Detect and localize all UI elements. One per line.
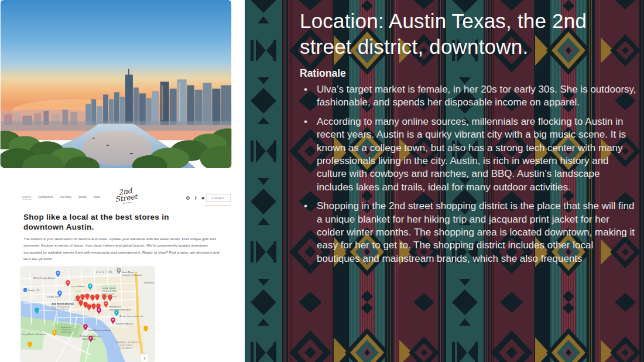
contact-button[interactable]: CONTACT (206, 194, 231, 202)
nav-link-explore[interactable]: Explore (22, 196, 31, 200)
slide: ExploreGetting HereOur StoryEventsNews 2… (0, 0, 644, 362)
map-label-city: AUSTIN (96, 270, 113, 274)
map-label-rainey: DISTRICT (119, 347, 133, 350)
map-label: Trader Joe's (47, 295, 60, 298)
contact-underline (205, 206, 231, 206)
logo-line-2: Street (115, 192, 138, 203)
social-links (186, 196, 205, 200)
instagram-icon[interactable] (186, 196, 190, 200)
bullet-target-market: Ulva’s target market is female, in her 2… (300, 83, 637, 110)
map-label: Franklin Barb (144, 281, 154, 284)
panel-content: Location: Austin Texas, the 2nd street d… (300, 8, 637, 271)
austin-skyline-photo (0, 0, 232, 168)
map-label: Terry Black's Barbecue (22, 333, 47, 336)
map-label: Catholic Cathedral (122, 274, 142, 276)
map-label: Icon of Hope (71, 285, 85, 288)
austin-map[interactable]: AUSTIN Whole Foods Market Saint Mary Cat… (20, 267, 155, 362)
map-label: shopping & dining (52, 308, 68, 310)
slide-title: Location: Austin Texas, the 2nd street d… (300, 8, 637, 60)
map-label: Austin, TX (28, 289, 39, 292)
map-label: Town Lake (61, 331, 71, 333)
rationale-heading: Rationale (300, 67, 637, 80)
map-label: Hyatt Regency Austin (88, 329, 112, 332)
site-intro: The District is your destination for fas… (23, 235, 222, 262)
nav-link-getting-here[interactable]: Getting Here (38, 196, 53, 199)
slide-right-panel: Location: Austin Texas, the 2nd street d… (245, 0, 644, 362)
nav-link-news[interactable]: News (94, 196, 100, 199)
map-label: Curios & Gifts (102, 289, 117, 292)
twitter-icon[interactable] (201, 196, 205, 200)
contact-label: CONTACT (212, 197, 225, 200)
facebook-icon[interactable] (194, 196, 197, 200)
map-label: Hilton Austin (82, 337, 96, 340)
map-canvas[interactable]: AUSTIN Whole Foods Market Saint Mary Cat… (21, 267, 154, 362)
website-screenshot: ExploreGetting HereOur StoryEventsNews 2… (0, 186, 245, 362)
bullet-millennials-austin: According to many online sources, millen… (300, 115, 637, 194)
map-label: Whole Foods Market (33, 276, 56, 279)
site-nav: ExploreGetting HereOur StoryEventsNews (22, 196, 107, 199)
rationale-bullets: Ulva’s target market is female, in her 2… (300, 83, 637, 265)
map-label: Austin Convention Ce (119, 315, 143, 317)
map-label: Sear (74, 299, 79, 302)
site-logo[interactable]: 2nd Street (111, 187, 140, 205)
nav-link-events[interactable]: Events (78, 196, 87, 199)
bullet-2nd-street-shopping: Shopping in the 2nd street shopping dist… (300, 200, 637, 265)
site-heading: Shop like a local at the best stores in … (23, 212, 199, 232)
map-label-2nd-street-district: 2nd Street District (52, 302, 74, 305)
map-label: Downtown Boutique (109, 308, 131, 311)
map-label: Fairmont Austin (116, 322, 133, 325)
map-label: shop & museum (102, 295, 117, 298)
nav-link-our-story[interactable]: Our Story (60, 196, 71, 199)
zoom-in-label: + (143, 356, 146, 361)
map-zoom-in-button[interactable]: + (141, 354, 149, 362)
